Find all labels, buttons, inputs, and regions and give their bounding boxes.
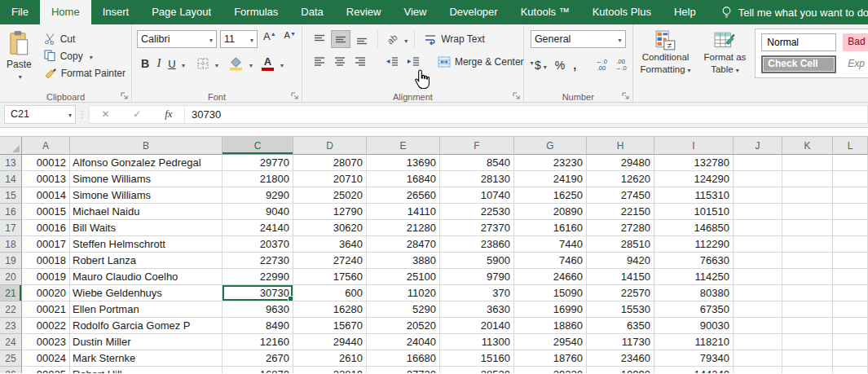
column-header-K[interactable]: K [782,137,833,155]
cell-D26[interactable]: 22810 [293,367,367,373]
row-header-20[interactable]: 20 [0,269,22,285]
cell-B15[interactable]: Simone Williams [70,187,223,204]
underline-dropdown-icon[interactable] [179,56,185,71]
cell-C19[interactable]: 22730 [223,253,293,269]
cell-E17[interactable]: 21280 [367,220,440,236]
tab-data[interactable]: Data [289,0,334,24]
cell-A22[interactable]: 00021 [22,301,70,318]
formula-input[interactable]: 30730 [185,105,868,124]
cell-F26[interactable]: 28530 [440,367,514,373]
cell-F16[interactable]: 22530 [440,204,514,220]
cell-G25[interactable]: 18760 [514,350,587,367]
cell-A15[interactable]: 00014 [22,187,70,204]
cell-D17[interactable]: 30620 [293,220,367,236]
italic-button[interactable]: I [153,55,165,73]
cell-F15[interactable]: 10740 [440,187,514,204]
cell-L15[interactable] [833,187,868,204]
cell-B21[interactable]: Wiebe Geldenhuys [70,285,223,301]
row-header-14[interactable]: 14 [0,171,22,187]
increase-indent-button[interactable] [403,53,422,71]
decrease-indent-button[interactable] [382,53,401,71]
row-header-23[interactable]: 23 [0,318,22,334]
cell-D15[interactable]: 25020 [293,187,367,204]
cell-L19[interactable] [833,253,868,269]
cell-F20[interactable]: 9790 [440,269,514,285]
align-center-button[interactable] [331,53,349,71]
column-header-B[interactable]: B [70,137,223,155]
cell-A23[interactable]: 00022 [22,318,70,334]
cell-J16[interactable] [734,204,782,220]
cut-button[interactable]: Cut [42,30,128,47]
fill-color-button[interactable] [227,55,245,73]
cell-I16[interactable]: 101510 [654,204,734,220]
cell-G24[interactable]: 29540 [514,334,587,350]
cell-F25[interactable]: 15160 [440,350,514,367]
column-header-L[interactable]: L [833,137,868,155]
cell-H16[interactable]: 22150 [587,204,654,220]
cell-K19[interactable] [782,253,833,269]
cell-H14[interactable]: 12620 [587,171,654,187]
font-name-combo[interactable]: Calibri [137,30,217,48]
cell-E16[interactable]: 14110 [367,204,440,220]
cell-B13[interactable]: Alfonso Gonzalez Pedregal [70,155,223,171]
cell-J13[interactable] [734,155,782,171]
cell-C21[interactable]: 30730 [223,285,293,301]
cell-G22[interactable]: 16990 [514,301,587,318]
borders-button[interactable] [195,55,211,73]
cell-G26[interactable]: 29220 [514,367,587,373]
cell-J19[interactable] [734,253,782,269]
percent-button[interactable]: % [553,56,567,74]
cell-K23[interactable] [782,318,833,334]
cell-K22[interactable] [782,301,833,318]
style-chip-exp[interactable]: Exp [843,55,868,73]
cell-F19[interactable]: 5900 [440,253,514,269]
font-size-combo[interactable]: 11 [220,30,258,48]
cell-E24[interactable]: 24040 [367,334,440,350]
cell-L24[interactable] [833,334,868,350]
cell-I18[interactable]: 112290 [654,236,734,253]
cell-F17[interactable]: 27370 [440,220,514,236]
cell-B23[interactable]: Rodolfo Garcia Gomez P [70,318,223,334]
tab-help[interactable]: Help [663,0,707,24]
alignment-dialog-launcher[interactable] [512,91,521,100]
cell-D18[interactable]: 3640 [293,236,367,253]
cell-L16[interactable] [833,204,868,220]
cell-H22[interactable]: 15530 [587,301,654,318]
cell-I25[interactable]: 79340 [654,350,734,367]
align-left-button[interactable] [311,53,328,71]
tab-home[interactable]: Home [40,0,91,24]
cell-J17[interactable] [734,220,782,236]
format-painter-button[interactable]: Format Painter [42,64,128,81]
cell-H15[interactable]: 27450 [587,187,654,204]
cell-G21[interactable]: 15090 [514,285,587,301]
cell-L26[interactable] [833,367,868,373]
cell-B20[interactable]: Mauro Claudio Coelho [70,269,223,285]
cell-A19[interactable]: 00018 [22,253,70,269]
cell-H18[interactable]: 28510 [587,236,654,253]
cell-I19[interactable]: 76630 [654,253,734,269]
increase-font-button[interactable]: A▲ [261,30,279,48]
cell-F18[interactable]: 23860 [440,236,514,253]
cell-F13[interactable]: 8540 [440,155,514,171]
tab-developer[interactable]: Developer [438,0,509,24]
row-header-24[interactable]: 24 [0,334,22,350]
cell-E23[interactable]: 20520 [367,318,440,334]
cell-K15[interactable] [782,187,833,204]
column-header-J[interactable]: J [734,137,782,155]
cell-H13[interactable]: 29480 [587,155,654,171]
cell-K25[interactable] [782,350,833,367]
clipboard-dialog-launcher[interactable] [120,91,129,100]
cell-H19[interactable]: 9420 [587,253,654,269]
cell-D25[interactable]: 2610 [293,350,367,367]
style-chip-check-cell[interactable]: Check Cell [761,55,836,73]
conditional-formatting-button[interactable]: ≠ Conditional Formatting [637,29,695,77]
cell-L21[interactable] [833,285,868,301]
cell-H20[interactable]: 14150 [587,269,654,285]
cell-L22[interactable] [833,301,868,318]
cell-C24[interactable]: 12160 [223,334,293,350]
cell-D24[interactable]: 29440 [293,334,367,350]
font-color-button[interactable]: A [259,55,276,73]
row-header-16[interactable]: 16 [0,204,22,220]
cell-J15[interactable] [734,187,782,204]
cell-A13[interactable]: 00012 [22,155,70,171]
